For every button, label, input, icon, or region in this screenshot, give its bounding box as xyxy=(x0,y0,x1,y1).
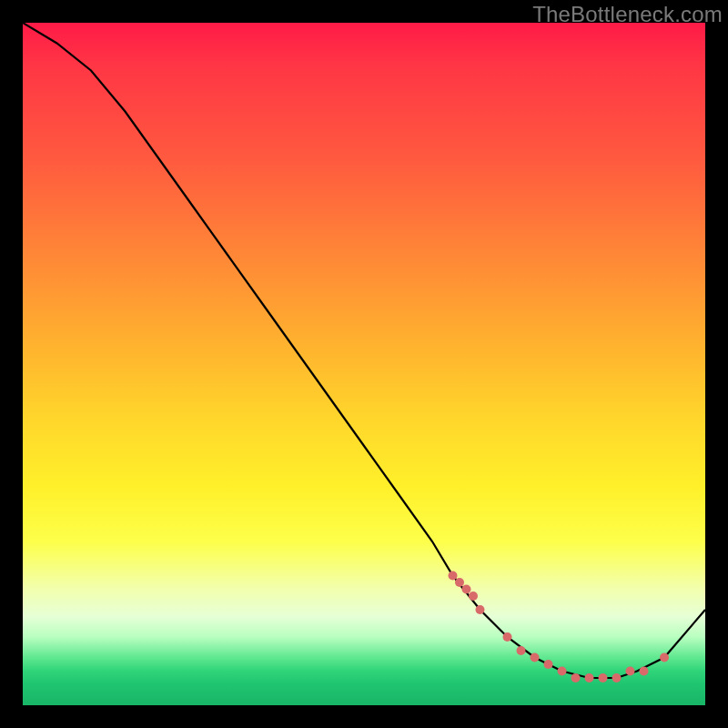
marker-group xyxy=(449,571,670,683)
trough-marker xyxy=(660,653,669,662)
trough-marker xyxy=(476,605,485,614)
trough-marker xyxy=(469,592,478,601)
trough-marker xyxy=(612,673,622,682)
trough-marker xyxy=(503,632,512,642)
chart-frame: TheBottleneck.com xyxy=(0,0,728,728)
curve-svg xyxy=(23,23,705,705)
trough-marker xyxy=(599,673,608,682)
trough-marker xyxy=(455,578,464,587)
trough-marker xyxy=(531,653,540,662)
trough-marker xyxy=(462,585,471,594)
bottleneck-curve xyxy=(23,23,705,678)
trough-marker xyxy=(585,673,594,682)
trough-marker xyxy=(626,667,635,676)
trough-marker xyxy=(517,646,526,655)
trough-marker xyxy=(449,571,458,581)
trough-marker xyxy=(544,660,553,669)
trough-marker xyxy=(571,673,581,682)
trough-marker xyxy=(558,667,567,676)
plot-area xyxy=(23,23,705,705)
trough-marker xyxy=(640,667,649,676)
